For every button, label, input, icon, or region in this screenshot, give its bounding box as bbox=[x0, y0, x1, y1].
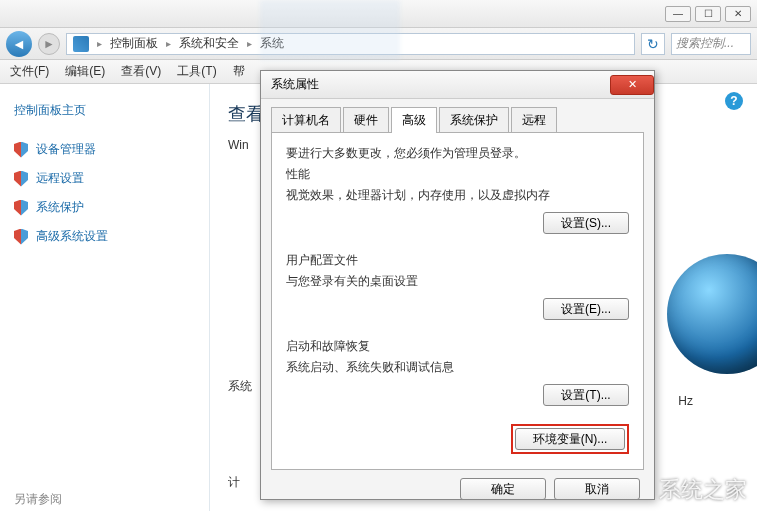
refresh-button[interactable]: ↻ bbox=[641, 33, 665, 55]
admin-note: 要进行大多数更改，您必须作为管理员登录。 bbox=[286, 145, 629, 162]
see-also-heading: 另请参阅 bbox=[14, 491, 195, 508]
chevron-right-icon: ▸ bbox=[166, 38, 171, 49]
startup-settings-button[interactable]: 设置(T)... bbox=[543, 384, 629, 406]
startup-desc: 系统启动、系统失败和调试信息 bbox=[286, 359, 629, 376]
menu-edit[interactable]: 编辑(E) bbox=[65, 63, 105, 80]
sidebar-item-protection[interactable]: 系统保护 bbox=[14, 193, 195, 222]
profiles-desc: 与您登录有关的桌面设置 bbox=[286, 273, 629, 290]
control-panel-icon bbox=[73, 36, 89, 52]
search-input[interactable]: 搜索控制... bbox=[671, 33, 751, 55]
watermark: 系统之家 bbox=[659, 475, 747, 505]
windows-orb-icon bbox=[667, 254, 757, 374]
back-button[interactable]: ◄ bbox=[6, 31, 32, 57]
hz-label: Hz bbox=[678, 394, 693, 408]
tab-computer-name[interactable]: 计算机名 bbox=[271, 107, 341, 133]
menu-help[interactable]: 帮 bbox=[233, 63, 245, 80]
shield-icon bbox=[14, 200, 28, 216]
tab-panel-advanced: 要进行大多数更改，您必须作为管理员登录。 性能 视觉效果，处理器计划，内存使用，… bbox=[271, 132, 644, 470]
cancel-button[interactable]: 取消 bbox=[554, 478, 640, 500]
minimize-button[interactable]: — bbox=[665, 6, 691, 22]
content-text: 计 bbox=[228, 474, 240, 491]
sidebar-home-link[interactable]: 控制面板主页 bbox=[14, 102, 195, 119]
breadcrumb-seg[interactable]: 控制面板 bbox=[110, 35, 158, 52]
dialog-tabs: 计算机名 硬件 高级 系统保护 远程 bbox=[261, 99, 654, 133]
chevron-right-icon: ▸ bbox=[97, 38, 102, 49]
tab-hardware[interactable]: 硬件 bbox=[343, 107, 389, 133]
environment-variables-button[interactable]: 环境变量(N)... bbox=[515, 428, 625, 450]
dialog-titlebar: 系统属性 ✕ bbox=[261, 71, 654, 99]
forward-button: ► bbox=[38, 33, 60, 55]
close-window-button[interactable]: ✕ bbox=[725, 6, 751, 22]
help-icon[interactable]: ? bbox=[725, 92, 743, 110]
startup-label: 启动和故障恢复 bbox=[286, 338, 629, 355]
sidebar-item-remote[interactable]: 远程设置 bbox=[14, 164, 195, 193]
breadcrumb-seg[interactable]: 系统和安全 bbox=[179, 35, 239, 52]
maximize-button[interactable]: ☐ bbox=[695, 6, 721, 22]
dialog-title: 系统属性 bbox=[271, 76, 319, 93]
ok-button[interactable]: 确定 bbox=[460, 478, 546, 500]
chevron-right-icon: ▸ bbox=[247, 38, 252, 49]
sidebar: 控制面板主页 设备管理器 远程设置 系统保护 高级系统设置 另请参阅 操作中心 … bbox=[0, 84, 210, 511]
profiles-settings-button[interactable]: 设置(E)... bbox=[543, 298, 629, 320]
content-text: 系统 bbox=[228, 378, 252, 395]
system-properties-dialog: 系统属性 ✕ 计算机名 硬件 高级 系统保护 远程 要进行大多数更改，您必须作为… bbox=[260, 70, 655, 500]
performance-settings-button[interactable]: 设置(S)... bbox=[543, 212, 629, 234]
menu-tools[interactable]: 工具(T) bbox=[177, 63, 216, 80]
shield-icon bbox=[14, 229, 28, 245]
performance-desc: 视觉效果，处理器计划，内存使用，以及虚拟内存 bbox=[286, 187, 629, 204]
tab-advanced[interactable]: 高级 bbox=[391, 107, 437, 133]
dialog-close-button[interactable]: ✕ bbox=[610, 75, 654, 95]
menu-view[interactable]: 查看(V) bbox=[121, 63, 161, 80]
profiles-label: 用户配置文件 bbox=[286, 252, 629, 269]
shield-icon bbox=[14, 142, 28, 158]
menu-file[interactable]: 文件(F) bbox=[10, 63, 49, 80]
sidebar-item-advanced[interactable]: 高级系统设置 bbox=[14, 222, 195, 251]
sidebar-item-device-manager[interactable]: 设备管理器 bbox=[14, 135, 195, 164]
tab-system-protection[interactable]: 系统保护 bbox=[439, 107, 509, 133]
tab-remote[interactable]: 远程 bbox=[511, 107, 557, 133]
shield-icon bbox=[14, 171, 28, 187]
performance-label: 性能 bbox=[286, 166, 629, 183]
